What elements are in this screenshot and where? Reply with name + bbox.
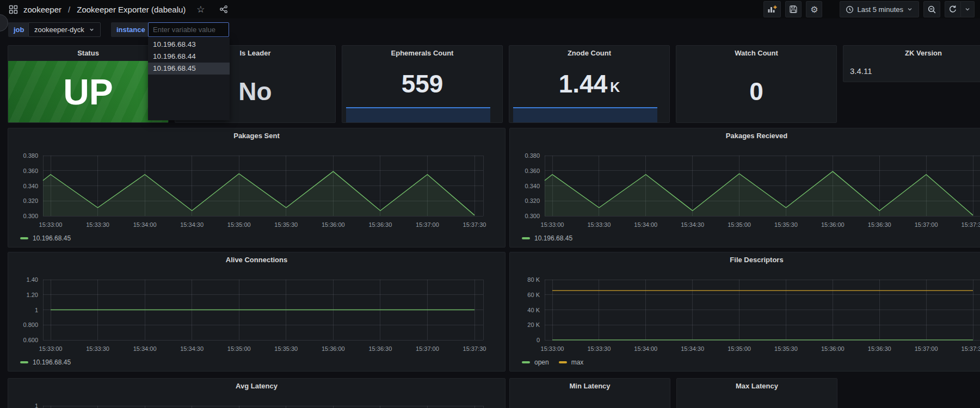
apps-grid-icon[interactable]: [9, 5, 18, 14]
svg-text:15:37:30: 15:37:30: [463, 345, 486, 352]
svg-text:15:36:00: 15:36:00: [821, 221, 845, 228]
svg-text:20 K: 20 K: [527, 322, 540, 328]
legend-series-swatch: [522, 361, 530, 363]
zoom-out-button[interactable]: [923, 1, 940, 17]
refresh-interval-dropdown[interactable]: [961, 1, 975, 17]
variable-label-instance: instance: [111, 22, 151, 37]
legend-item[interactable]: 10.196.68.45: [20, 358, 71, 366]
svg-text:15:37:00: 15:37:00: [416, 221, 439, 228]
panel-title-znode[interactable]: Znode Count: [509, 46, 669, 60]
panel-zk-version: ZK Version 3.4.11: [843, 45, 980, 82]
svg-text:15:33:30: 15:33:30: [86, 345, 109, 352]
star-icon[interactable]: ☆: [194, 4, 207, 15]
svg-text:15:35:00: 15:35:00: [728, 221, 751, 228]
panel-znode-count: Znode Count 1.44 K: [509, 45, 670, 123]
legend-item[interactable]: open: [522, 358, 549, 366]
svg-text:0.360: 0.360: [525, 168, 540, 174]
svg-text:0.360: 0.360: [23, 168, 38, 174]
legend-item[interactable]: max: [559, 358, 584, 366]
share-alt-icon[interactable]: [217, 4, 230, 15]
status-stat-body: UP: [8, 61, 168, 122]
svg-text:15:33:30: 15:33:30: [587, 221, 611, 228]
panel-watch-count: Watch Count 0: [676, 45, 837, 123]
svg-text:15:37:30: 15:37:30: [463, 221, 486, 228]
add-panel-button[interactable]: [763, 1, 781, 17]
panel-title-file-descriptors[interactable]: File Descriptors: [510, 252, 980, 267]
panel-alive-connections: Alive Connections 0.6000.80011.201.4015:…: [8, 252, 506, 372]
chevron-down-icon: [89, 27, 95, 33]
panel-title-alive-connections[interactable]: Alive Connections: [8, 252, 505, 267]
time-range-picker[interactable]: Last 5 minutes: [840, 1, 919, 17]
save-dashboard-button[interactable]: [785, 1, 802, 17]
svg-text:0.380: 0.380: [525, 152, 540, 159]
chart-legend: 10.196.68.45: [522, 234, 572, 242]
svg-text:0: 0: [537, 337, 540, 343]
svg-text:15:37:30: 15:37:30: [961, 345, 980, 352]
legend-series-swatch: [522, 237, 530, 239]
ephemerals-bar-gauge: [346, 107, 490, 122]
legend-item[interactable]: 10.196.68.45: [522, 234, 572, 242]
svg-text:15:37:00: 15:37:00: [915, 221, 938, 228]
alive-connections-chart: 0.6000.80011.201.4015:33:0015:33:3015:34…: [8, 267, 505, 371]
breadcrumb-folder[interactable]: zookeeper: [23, 5, 61, 14]
pakages-recieved-chart: 0.3000.3200.3400.3600.38015:33:0015:33:3…: [510, 143, 980, 247]
variable-value-job[interactable]: zookeeper-dyck: [28, 22, 101, 37]
instance-option[interactable]: 10.196.68.43: [148, 39, 230, 51]
svg-text:15:36:30: 15:36:30: [868, 345, 891, 352]
panel-title-pakages-sent[interactable]: Pakages Sent: [8, 128, 505, 143]
panel-title-ephemerals[interactable]: Ephemerals Count: [342, 46, 502, 60]
dashboard-settings-button[interactable]: ⚙: [806, 1, 822, 17]
instance-options-menu: 10.196.68.4310.196.68.4410.196.68.45: [148, 38, 230, 120]
instance-option[interactable]: 10.196.68.45: [148, 63, 230, 75]
svg-text:0.320: 0.320: [23, 197, 38, 204]
legend-series-label: max: [571, 358, 584, 366]
svg-text:0.380: 0.380: [23, 152, 38, 159]
panel-title-avg-latency[interactable]: Avg Latency: [8, 379, 505, 393]
svg-text:1.40: 1.40: [27, 276, 38, 283]
svg-text:15:37:00: 15:37:00: [915, 345, 938, 352]
panel-title-status[interactable]: Status: [8, 46, 168, 60]
is-leader-value: No: [238, 79, 272, 104]
ephemerals-value: 559: [402, 71, 443, 96]
panel-title-min-latency[interactable]: Min Latency: [510, 379, 670, 393]
legend-series-swatch: [20, 361, 28, 363]
panel-max-latency: Max Latency: [676, 378, 837, 408]
panel-title-watch[interactable]: Watch Count: [676, 46, 836, 60]
svg-text:0.800: 0.800: [23, 322, 38, 328]
refresh-button[interactable]: [945, 1, 961, 17]
chevron-down-icon: [964, 6, 971, 13]
page-title[interactable]: Zookeeper Exporter (dabealu): [77, 5, 186, 14]
svg-text:0.320: 0.320: [525, 197, 540, 204]
panel-title-pakages-recieved[interactable]: Pakages Recieved: [510, 128, 980, 143]
legend-item[interactable]: 10.196.68.45: [20, 234, 71, 242]
variable-label-job: job: [8, 22, 30, 37]
clock-icon: [846, 5, 854, 14]
svg-text:1: 1: [35, 403, 38, 408]
svg-text:15:35:00: 15:35:00: [227, 221, 251, 228]
top-nav-bar: zookeeper / Zookeeper Exporter (dabealu)…: [0, 0, 980, 18]
svg-text:15:35:30: 15:35:30: [774, 345, 798, 352]
panel-title-zk-version[interactable]: ZK Version: [843, 46, 980, 60]
breadcrumb-separator: /: [68, 5, 70, 14]
panel-status: Status UP: [8, 45, 169, 123]
svg-text:15:36:30: 15:36:30: [368, 221, 392, 228]
instance-option[interactable]: 10.196.68.44: [148, 51, 230, 63]
svg-text:15:37:00: 15:37:00: [416, 345, 439, 352]
svg-text:15:36:00: 15:36:00: [322, 345, 345, 352]
chart-legend: 10.196.68.45: [20, 234, 71, 242]
zk-version-value: 3.4.11: [843, 60, 980, 76]
svg-text:0.300: 0.300: [525, 213, 540, 219]
svg-text:15:35:30: 15:35:30: [774, 221, 798, 228]
panel-pakages-recieved: Pakages Recieved 0.3000.3200.3400.3600.3…: [509, 128, 980, 248]
settings-gear-icon: ⚙: [810, 4, 818, 15]
panel-file-descriptors: File Descriptors 020 K40 K60 K80 K15:33:…: [509, 252, 980, 372]
legend-series-label: 10.196.68.45: [33, 358, 71, 366]
instance-variable-input[interactable]: [148, 22, 229, 37]
svg-text:0.340: 0.340: [525, 183, 540, 189]
znode-unit: K: [610, 72, 620, 95]
svg-text:40 K: 40 K: [527, 307, 540, 313]
svg-text:15:33:30: 15:33:30: [587, 345, 611, 352]
legend-series-swatch: [20, 237, 28, 239]
pakages-sent-chart: 0.3000.3200.3400.3600.38015:33:0015:33:3…: [8, 143, 505, 247]
panel-title-max-latency[interactable]: Max Latency: [677, 379, 837, 393]
